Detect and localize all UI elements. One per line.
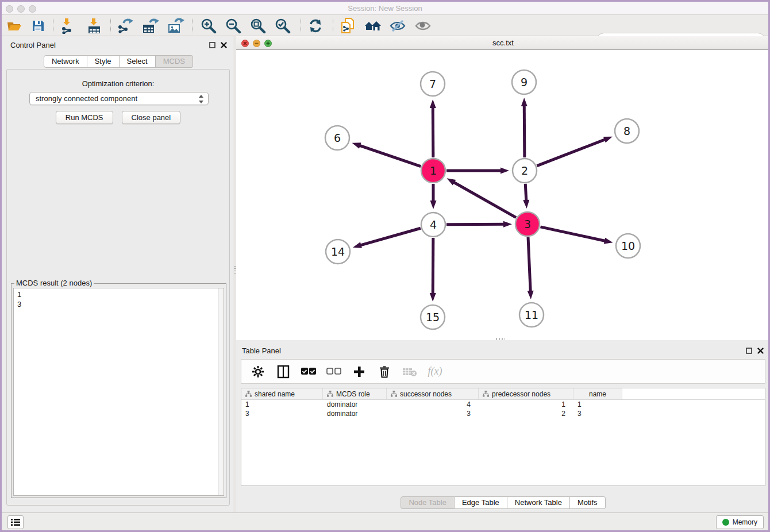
node-label: 15 bbox=[426, 311, 440, 323]
network-canvas[interactable]: 7968124314101511 bbox=[236, 50, 770, 339]
edge-arrowhead bbox=[503, 221, 512, 228]
mcds-panel: Optimization criterion: strongly connect… bbox=[6, 69, 230, 506]
import-table-icon[interactable] bbox=[85, 17, 105, 34]
edge-arrowhead bbox=[352, 142, 361, 148]
tab-network[interactable]: Network bbox=[44, 55, 87, 68]
delete-column-icon[interactable] bbox=[376, 363, 393, 380]
node-label: 11 bbox=[525, 309, 538, 321]
table-row[interactable]: 1dominator411 bbox=[241, 400, 765, 409]
tab-network-table[interactable]: Network Table bbox=[507, 496, 570, 509]
edge-2-3[interactable] bbox=[525, 184, 526, 202]
save-session-icon[interactable] bbox=[28, 17, 48, 34]
select-all-columns-icon[interactable] bbox=[300, 363, 317, 380]
create-column-icon[interactable] bbox=[351, 363, 368, 380]
node-label: 7 bbox=[429, 78, 436, 90]
control-panel-tabs: NetworkStyleSelectMCDS bbox=[3, 55, 233, 68]
control-panel: Control Panel NetworkStyleSelectMCDS Opt… bbox=[3, 36, 233, 512]
table-panel: Table Panel bbox=[236, 342, 770, 511]
toggle-columns-icon[interactable] bbox=[275, 363, 292, 380]
import-network-icon[interactable] bbox=[58, 17, 78, 34]
close-panel-icon[interactable] bbox=[220, 41, 228, 49]
chevron-updown-icon bbox=[198, 95, 204, 105]
node-label: 4 bbox=[430, 218, 437, 231]
task-history-button[interactable] bbox=[7, 515, 24, 529]
edge-3-1[interactable] bbox=[453, 182, 516, 217]
network-view-frame: scc.txt 7968124314101511 bbox=[236, 36, 770, 340]
zoom-selected-icon[interactable] bbox=[273, 17, 292, 34]
edge-3-10[interactable] bbox=[540, 227, 606, 241]
sort-column-icon bbox=[391, 391, 397, 397]
close-table-panel-icon[interactable] bbox=[756, 346, 764, 354]
node-label: 2 bbox=[521, 164, 528, 177]
control-panel-title: Control Panel bbox=[10, 41, 56, 49]
export-image-icon[interactable] bbox=[166, 17, 186, 34]
clone-network-icon[interactable] bbox=[338, 17, 357, 34]
first-neighbors-icon[interactable] bbox=[363, 17, 383, 34]
node-label: 3 bbox=[524, 218, 531, 230]
zoom-in-icon[interactable] bbox=[199, 17, 218, 34]
edge-arrowhead bbox=[353, 242, 362, 248]
sort-column-icon bbox=[483, 391, 489, 397]
show-all-icon[interactable] bbox=[413, 17, 433, 34]
tab-mcds[interactable]: MCDS bbox=[156, 55, 193, 68]
tab-style[interactable]: Style bbox=[87, 55, 120, 68]
float-table-panel-icon[interactable] bbox=[745, 346, 753, 354]
criterion-value: strongly connected component bbox=[36, 94, 137, 103]
edge-arrowhead bbox=[521, 98, 528, 106]
run-mcds-button[interactable]: Run MCDS bbox=[56, 111, 113, 124]
network-frame-titlebar[interactable]: scc.txt bbox=[236, 36, 770, 50]
edge-arrowhead bbox=[500, 168, 509, 174]
edge-2-8[interactable] bbox=[537, 139, 606, 166]
node-table: shared nameMCDS rolesuccessor nodesprede… bbox=[241, 388, 765, 486]
zoom-out-icon[interactable] bbox=[224, 17, 243, 34]
memory-label: Memory bbox=[733, 518, 757, 526]
edge-arrowhead bbox=[523, 200, 529, 209]
column-header-name[interactable]: name bbox=[573, 388, 622, 399]
table-tabs: Node TableEdge TableNetwork TableMotifs bbox=[236, 496, 770, 509]
table-row[interactable]: 3dominator323 bbox=[241, 409, 765, 418]
tab-motifs[interactable]: Motifs bbox=[570, 496, 606, 509]
tab-edge-table[interactable]: Edge Table bbox=[455, 496, 507, 509]
edge-4-15[interactable] bbox=[433, 238, 433, 295]
export-table-icon[interactable] bbox=[141, 17, 160, 34]
function-builder-icon: f(x) bbox=[426, 363, 444, 380]
table-toolbar: f(x) bbox=[241, 359, 765, 384]
main-toolbar bbox=[0, 15, 770, 36]
edge-4-3[interactable] bbox=[446, 224, 505, 225]
mcds-result-list[interactable]: 13 bbox=[13, 288, 224, 496]
mcds-result-group: MCDS result (2 nodes) 13 bbox=[11, 283, 226, 498]
open-session-icon[interactable] bbox=[5, 17, 24, 34]
column-header-shared-name[interactable]: shared name bbox=[241, 388, 323, 399]
column-header-MCDS-role[interactable]: MCDS role bbox=[323, 388, 387, 399]
node-label: 1 bbox=[430, 164, 437, 177]
memory-button[interactable]: Memory bbox=[716, 515, 764, 529]
column-header-predecessor-nodes[interactable]: predecessor nodes bbox=[479, 388, 573, 399]
application-window: Session: New Session bbox=[0, 0, 770, 532]
close-panel-button[interactable]: Close panel bbox=[122, 111, 181, 124]
status-bar: Memory bbox=[0, 512, 770, 530]
edge-1-7[interactable] bbox=[433, 106, 433, 157]
zoom-fit-icon[interactable] bbox=[248, 17, 268, 34]
criterion-select[interactable]: strongly connected component bbox=[29, 92, 209, 105]
edge-4-14[interactable] bbox=[360, 228, 421, 245]
mcds-result-title: MCDS result (2 nodes) bbox=[14, 279, 94, 287]
frame-resize-grip[interactable] bbox=[496, 338, 505, 340]
tab-node-table[interactable]: Node Table bbox=[401, 496, 455, 509]
edge-3-11[interactable] bbox=[528, 237, 530, 292]
edge-arrowhead bbox=[430, 201, 437, 209]
refresh-layout-icon[interactable] bbox=[306, 17, 325, 34]
table-settings-gear-icon[interactable] bbox=[249, 363, 267, 380]
edge-2-9[interactable] bbox=[524, 105, 525, 157]
sort-column-icon bbox=[327, 391, 333, 397]
node-label: 6 bbox=[334, 132, 341, 144]
scrollbar[interactable] bbox=[218, 288, 224, 495]
deselect-all-columns-icon[interactable] bbox=[325, 363, 342, 380]
float-panel-icon[interactable] bbox=[208, 41, 216, 49]
export-network-icon[interactable] bbox=[116, 17, 135, 34]
hide-selected-icon[interactable] bbox=[388, 17, 407, 34]
tab-select[interactable]: Select bbox=[120, 55, 156, 68]
edge-1-6[interactable] bbox=[359, 145, 421, 167]
node-label: 8 bbox=[623, 125, 630, 137]
column-header-successor-nodes[interactable]: successor nodes bbox=[387, 388, 479, 399]
edge-arrowhead bbox=[603, 137, 613, 143]
